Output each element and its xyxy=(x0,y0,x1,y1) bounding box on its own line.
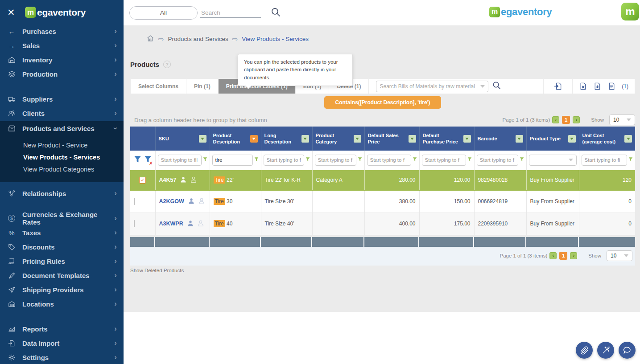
funnel-icon[interactable] xyxy=(467,157,472,163)
current-page-button[interactable]: 1 xyxy=(562,116,570,124)
funnel-icon[interactable] xyxy=(254,157,259,163)
filter-input-product-description[interactable] xyxy=(212,155,253,166)
attachments-button[interactable] xyxy=(576,342,593,359)
row-checkbox[interactable] xyxy=(134,198,135,205)
sidebar-item-reports[interactable]: Reports › xyxy=(0,322,124,336)
filter-input-product-category[interactable] xyxy=(315,155,356,166)
help-icon[interactable]: ? xyxy=(163,61,171,68)
sidebar-item-view-product-categories[interactable]: View Product Categories xyxy=(23,163,124,175)
funnel-icon[interactable] xyxy=(203,157,207,163)
breadcrumb-level1[interactable]: Products and Services xyxy=(168,36,228,42)
funnel-icon[interactable] xyxy=(628,157,633,163)
column-header-barcode[interactable]: Barcode xyxy=(474,127,526,151)
sidebar-item-production[interactable]: Production › xyxy=(0,67,124,81)
document-labels-icon[interactable] xyxy=(607,82,616,90)
import-products-icon[interactable] xyxy=(544,79,572,94)
column-header-product-type[interactable]: Product Type xyxy=(526,127,579,151)
next-page-button[interactable]: › xyxy=(570,252,577,259)
table-row[interactable]: A3KWPR Tire 40 Tire Size 40' 400.00 175.… xyxy=(130,213,635,235)
excel-export-icon[interactable] xyxy=(579,82,587,90)
funnel-icon[interactable] xyxy=(413,157,417,163)
current-page-button[interactable]: 1 xyxy=(559,252,567,260)
bom-search-input[interactable] xyxy=(380,83,479,90)
column-header-product-category[interactable]: Product Category xyxy=(312,127,364,151)
filter-input-barcode[interactable] xyxy=(477,155,518,166)
global-search-input[interactable] xyxy=(200,8,261,17)
funnel-icon[interactable] xyxy=(520,157,524,163)
home-icon[interactable] xyxy=(146,34,154,44)
sidebar-item-locations[interactable]: Locations › xyxy=(0,297,124,311)
row-checkbox[interactable] xyxy=(134,220,135,227)
column-header-unit-cost[interactable]: Unit Cost (average cost) xyxy=(579,127,635,151)
column-filter-icon[interactable] xyxy=(354,135,361,143)
sidebar-item-new-product-service[interactable]: New Product - Service xyxy=(23,139,124,151)
column-filter-icon[interactable] xyxy=(568,135,576,143)
filter-input-default-sales-price[interactable] xyxy=(367,155,411,166)
account-logo-icon[interactable]: m xyxy=(621,3,639,20)
sidebar-item-suppliers[interactable]: Suppliers › xyxy=(0,92,124,106)
search-scope-dropdown[interactable]: All xyxy=(129,6,198,20)
show-deleted-products-link[interactable]: Show Deleted Products xyxy=(130,268,184,273)
column-filter-icon[interactable] xyxy=(624,135,632,143)
row-checkbox-checked[interactable]: ✓ xyxy=(139,177,146,184)
filter-input-long-description[interactable] xyxy=(264,155,304,166)
next-page-button[interactable]: › xyxy=(573,116,580,123)
sku-link[interactable]: A4K57 xyxy=(159,177,177,183)
page-size-select[interactable]: 10 xyxy=(607,250,632,261)
clear-filter-icon[interactable]: ✗ xyxy=(144,155,152,164)
sku-link[interactable]: A2KGOW xyxy=(159,198,184,204)
filter-input-unit-cost[interactable] xyxy=(582,155,628,166)
sidebar-item-sales[interactable]: → Sales › xyxy=(0,38,124,53)
client-person-icon[interactable] xyxy=(190,176,197,184)
sidebar-item-purchases[interactable]: ← Purchases › xyxy=(0,24,124,38)
column-filter-icon[interactable] xyxy=(409,135,416,143)
column-header-product-description[interactable]: Product Description xyxy=(210,127,261,151)
magic-wand-button[interactable] xyxy=(597,342,614,359)
close-icon[interactable]: ✕ xyxy=(7,8,25,17)
client-person-icon[interactable] xyxy=(198,198,205,205)
column-filter-icon[interactable] xyxy=(516,135,523,143)
column-header-long-description[interactable]: Long Description xyxy=(261,127,312,151)
column-filter-icon[interactable] xyxy=(463,135,471,143)
client-person-icon[interactable] xyxy=(198,220,204,228)
column-filter-icon-active[interactable] xyxy=(250,135,258,143)
sidebar-item-taxes[interactable]: % Taxes › xyxy=(0,225,124,240)
sidebar-item-inventory[interactable]: Inventory › xyxy=(0,53,124,67)
sidebar-item-clients[interactable]: Clients › xyxy=(0,106,124,120)
filter-input-sku[interactable] xyxy=(158,155,202,166)
apply-filter-icon[interactable] xyxy=(134,155,141,164)
previous-page-button[interactable]: ‹ xyxy=(549,252,557,259)
column-header-default-sales-price[interactable]: Default Sales Price xyxy=(364,127,419,151)
supplier-person-icon[interactable] xyxy=(188,198,194,205)
select-columns-button[interactable]: Select Columns xyxy=(131,79,186,94)
previous-page-button[interactable]: ‹ xyxy=(552,116,559,123)
pin-button[interactable]: Pin (1) xyxy=(186,79,219,94)
supplier-person-icon[interactable] xyxy=(180,176,186,184)
funnel-icon[interactable] xyxy=(358,157,362,163)
page-size-select[interactable]: 10 xyxy=(609,115,635,125)
sidebar-item-settings[interactable]: Settings › xyxy=(0,350,124,364)
sidebar-item-pricing-rules[interactable]: Pricing Rules › xyxy=(0,254,124,268)
breadcrumb-level2[interactable]: View Products - Services xyxy=(242,36,309,42)
search-icon[interactable] xyxy=(271,7,281,19)
sidebar-item-products-and-services[interactable]: Products and Services › xyxy=(0,121,124,135)
chevron-down-icon[interactable] xyxy=(480,85,485,88)
sidebar-item-currencies[interactable]: $ Currencies & Exchange Rates › xyxy=(0,211,124,225)
chat-button[interactable] xyxy=(619,342,636,359)
filter-input-default-purchase-price[interactable] xyxy=(422,155,466,166)
sidebar-item-shipping-providers[interactable]: Shipping Providers › xyxy=(0,282,124,297)
funnel-icon[interactable] xyxy=(306,157,310,163)
table-row[interactable]: A2KGOW Tire 30 Tire Size 30' 380.00 150.… xyxy=(130,190,635,213)
column-header-sku[interactable]: SKU xyxy=(155,127,210,151)
filter-select-product-type[interactable] xyxy=(529,155,577,166)
sidebar-item-document-templates[interactable]: Document Templates › xyxy=(0,268,124,282)
sidebar-item-data-import[interactable]: Data Import › xyxy=(0,336,124,350)
sidebar-item-discounts[interactable]: Discounts › xyxy=(0,240,124,254)
active-filter-chip[interactable]: Contains([Product Description], 'tire') xyxy=(324,96,441,109)
group-by-hint[interactable]: Drag a column header here to group by th… xyxy=(130,117,267,123)
sku-link[interactable]: A3KWPR xyxy=(159,221,183,227)
supplier-person-icon[interactable] xyxy=(187,220,194,228)
column-filter-icon[interactable] xyxy=(199,135,206,143)
column-header-default-purchase-price[interactable]: Default Purchase Price xyxy=(419,127,474,151)
column-filter-icon[interactable] xyxy=(301,135,309,143)
